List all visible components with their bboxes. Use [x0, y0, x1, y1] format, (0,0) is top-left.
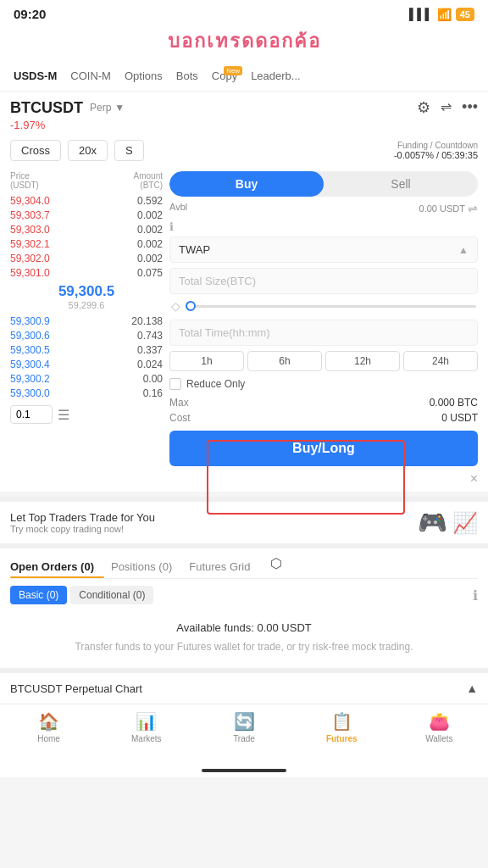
symbol-actions: ⚙ ⇌ ••• — [417, 98, 478, 117]
transfer-text: Transfer funds to your Futures wallet fo… — [10, 639, 478, 654]
total-time-placeholder: Total Time(hh:mm) — [179, 326, 270, 339]
ob-bid-row: 59,300.40.024 — [10, 357, 163, 371]
status-time: 09:20 — [14, 7, 46, 21]
sub-tab-conditional[interactable]: Conditional (0) — [70, 586, 153, 604]
bottom-nav: 🏠 Home 📊 Markets 🔄 Trade 📋 Futures 👛 Wal… — [0, 704, 488, 757]
info-circle-icon: ℹ — [169, 220, 174, 233]
ob-mid-price: 59,300.5 — [10, 280, 163, 300]
symbol-row: BTCUSDT Perp ▼ ⚙ ⇌ ••• — [10, 98, 478, 117]
total-time-field[interactable]: Total Time(hh:mm) — [169, 320, 478, 346]
nav-coin-m[interactable]: COIN-M — [64, 66, 118, 86]
symbol-type: Perp — [90, 102, 111, 114]
trade-icon: 🔄 — [234, 711, 255, 732]
nav-wallets[interactable]: 👛 Wallets — [391, 711, 488, 743]
order-tabs: Open Orders (0) Positions (0) Futures Gr… — [10, 548, 478, 579]
nav-trade[interactable]: 🔄 Trade — [195, 711, 292, 743]
sell-tab[interactable]: Sell — [324, 171, 478, 197]
leverage-btn[interactable]: 20x — [68, 140, 108, 161]
chart-section[interactable]: BTCUSDT Perpetual Chart ▲ — [0, 668, 488, 704]
symbol-dropdown-arrow[interactable]: ▼ — [114, 102, 125, 114]
ob-bid-row: 59,300.50.337 — [10, 342, 163, 357]
tab-futures-grid[interactable]: Futures Grid — [189, 555, 260, 578]
available-funds: Available funds: 0.00 USDT — [10, 621, 478, 634]
margin-mode-btn[interactable]: Cross — [10, 140, 61, 161]
buy-sell-tabs: Buy Sell — [169, 171, 478, 197]
indicator-icon[interactable]: ⇌ — [441, 98, 452, 117]
max-label: Max — [169, 397, 189, 409]
phone-container: 09:20 ▌▌▌ 📶 45 บอกเทรดดอกค้อ USDS-M COIN… — [0, 0, 488, 868]
symbol-name[interactable]: BTCUSDT — [10, 99, 83, 117]
ob-mid-price-sub: 59,299.6 — [10, 300, 163, 310]
orderbook-col: Price (USDT) Amount (BTC) 59,304.00.592 … — [10, 171, 163, 488]
ob-bid-row: 59,300.60.743 — [10, 328, 163, 342]
nav-usds-m[interactable]: USDS-M — [7, 66, 64, 86]
chart-expand-icon[interactable]: ▲ — [466, 682, 478, 695]
ob-amount-unit: (BTC) — [134, 181, 163, 190]
chart-tools-icon[interactable]: ⚙ — [417, 98, 430, 117]
transfer-icon[interactable]: ⇌ — [468, 202, 478, 215]
time-12h[interactable]: 12h — [325, 351, 400, 371]
promo-title: Let Top Traders Trade for You — [10, 511, 155, 524]
tab-positions[interactable]: Positions (0) — [111, 555, 182, 578]
nav-futures[interactable]: 📋 Futures — [293, 711, 391, 743]
max-row: Max 0.000 BTC — [169, 395, 478, 410]
time-options: 1h 6h 12h 24h — [169, 351, 478, 371]
promo-gamepad-icon: 🎮 — [418, 509, 447, 537]
orders-settings-icon[interactable]: ⬡ — [270, 555, 282, 578]
avbl-amount: 0.00 USDT — [419, 203, 465, 214]
nav-bots[interactable]: Bots — [169, 66, 205, 86]
ob-ask-row: 59,303.70.002 — [10, 208, 163, 222]
sub-tab-basic[interactable]: Basic (0) — [10, 586, 67, 604]
sub-tab-info-icon[interactable]: ℹ — [473, 587, 478, 604]
ob-bid-row: 59,300.00.16 — [10, 386, 163, 400]
size-type-btn[interactable]: S — [114, 140, 144, 161]
nav-options[interactable]: Options — [118, 66, 169, 86]
avbl-value: 0.00 USDT ⇌ — [419, 202, 478, 215]
sub-tabs: Basic (0) Conditional (0) ℹ — [10, 579, 478, 608]
home-bar — [202, 769, 286, 772]
ob-filter-input[interactable] — [10, 405, 53, 424]
reduce-only-label: Reduce Only — [186, 378, 245, 390]
nav-copy[interactable]: Copy New — [205, 66, 244, 86]
nav-futures-label: Futures — [326, 734, 358, 743]
nav-trade-label: Trade — [233, 734, 255, 743]
ob-ask-row: 59,302.10.002 — [10, 236, 163, 251]
order-form-col: Buy Sell Avbl 0.00 USDT ⇌ ℹ TWAP ▲ — [163, 171, 478, 488]
nav-home[interactable]: 🏠 Home — [0, 711, 97, 743]
more-icon[interactable]: ••• — [462, 98, 478, 117]
max-value: 0.000 BTC — [430, 397, 478, 409]
promo-subtitle: Try mock copy trading now! — [10, 524, 155, 534]
ob-amount-header: Amount — [134, 171, 163, 181]
order-type-selector[interactable]: TWAP ▲ — [169, 236, 478, 263]
time-1h[interactable]: 1h — [169, 351, 244, 371]
ob-view-toggle[interactable]: ☰ — [58, 407, 69, 423]
chart-title: BTCUSDT Perpetual Chart — [10, 682, 142, 695]
close-row[interactable]: × — [169, 470, 478, 488]
home-icon: 🏠 — [38, 711, 59, 732]
nav-markets[interactable]: 📊 Markets — [97, 711, 195, 743]
cost-value: 0 USDT — [441, 412, 478, 424]
funding-value: -0.0057% / 05:39:35 — [394, 150, 478, 160]
wifi-icon: 📶 — [437, 8, 452, 21]
nav-leaderboard[interactable]: Leaderb... — [244, 66, 308, 86]
reduce-only-row: Reduce Only — [169, 378, 478, 390]
time-24h[interactable]: 24h — [403, 351, 478, 371]
order-type-arrow: ▲ — [458, 244, 469, 256]
status-bar: 09:20 ▌▌▌ 📶 45 — [0, 0, 488, 25]
main-columns: Price (USDT) Amount (BTC) 59,304.00.592 … — [10, 171, 478, 488]
nav-home-label: Home — [37, 734, 60, 743]
reduce-only-checkbox[interactable] — [169, 378, 181, 390]
content-area: BTCUSDT Perp ▼ ⚙ ⇌ ••• -1.97% Cross 20x … — [0, 92, 488, 492]
buy-tab[interactable]: Buy — [169, 171, 324, 197]
status-icons: ▌▌▌ 📶 45 — [409, 8, 474, 21]
tab-open-orders[interactable]: Open Orders (0) — [10, 555, 104, 578]
total-size-field[interactable]: Total Size(BTC) — [169, 268, 478, 294]
buy-long-button[interactable]: Buy/Long — [169, 431, 478, 466]
slider-track[interactable] — [186, 305, 476, 308]
ob-price-header: Price — [10, 171, 39, 181]
avbl-label: Avbl — [169, 202, 187, 215]
ob-headers: Price (USDT) Amount (BTC) — [10, 171, 163, 190]
battery-level: 45 — [456, 8, 474, 21]
time-6h[interactable]: 6h — [247, 351, 322, 371]
promo-chart-icon: 📈 — [452, 511, 478, 535]
